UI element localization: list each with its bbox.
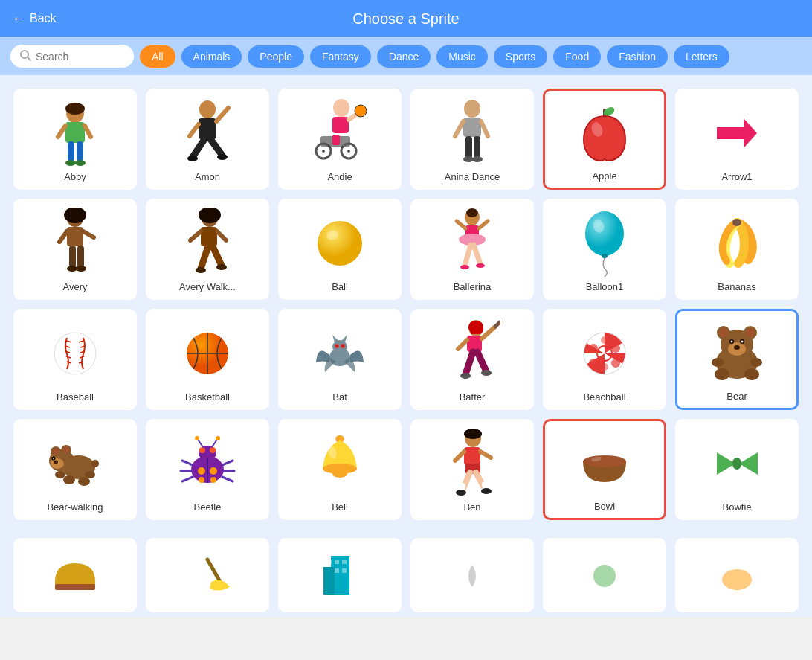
svg-point-50 [199, 208, 221, 223]
sprite-icon-bowtie [681, 428, 793, 499]
svg-point-139 [63, 475, 75, 484]
svg-point-18 [217, 154, 228, 160]
sprite-card-bowtie[interactable]: Bowtie [675, 419, 799, 520]
svg-point-195 [593, 565, 616, 587]
sprite-name-abby: Abby [64, 171, 86, 182]
svg-point-70 [585, 211, 624, 256]
svg-point-26 [322, 150, 325, 153]
svg-point-160 [210, 467, 217, 475]
sprite-card-ballerina[interactable]: Ballerina [410, 199, 534, 300]
sprite-card-bananas[interactable]: Bananas [675, 199, 799, 300]
sprite-card-beachball[interactable]: Beachball [543, 309, 666, 410]
sprite-icon-bat [284, 318, 396, 388]
svg-rect-46 [77, 246, 84, 268]
svg-point-162 [210, 477, 216, 483]
sprite-card-andie[interactable]: Andie [278, 89, 402, 190]
filter-btn-dance[interactable]: Dance [377, 45, 431, 68]
svg-point-138 [54, 460, 58, 464]
svg-point-72 [602, 254, 608, 258]
svg-point-9 [65, 160, 76, 166]
sprite-card-apple[interactable]: Apple [543, 89, 666, 190]
svg-point-132 [53, 448, 59, 455]
svg-line-16 [210, 139, 222, 156]
sprite-icon-bear-walking [19, 428, 131, 499]
sprite-card-avery-walk[interactable]: Avery Walk... [146, 199, 269, 300]
svg-line-15 [193, 139, 204, 157]
filter-btn-sports[interactable]: Sports [494, 45, 547, 68]
svg-rect-189 [323, 567, 335, 595]
svg-point-159 [198, 467, 205, 475]
sprite-card-basketball[interactable]: Basketball [146, 309, 269, 410]
svg-point-168 [464, 429, 482, 439]
filter-btn-music[interactable]: Music [436, 45, 488, 68]
back-button[interactable]: ← Back [12, 11, 57, 27]
sprite-card-bread[interactable] [13, 538, 137, 612]
filter-btn-fantasy[interactable]: Fantasy [310, 45, 371, 68]
svg-point-109 [589, 359, 598, 368]
svg-rect-192 [342, 560, 347, 564]
sprite-name-arrow1: Arrow1 [721, 171, 752, 182]
sprite-card-bear[interactable]: Bear [675, 309, 799, 410]
svg-rect-33 [465, 136, 472, 158]
sprite-card-ben[interactable]: Ben [410, 419, 534, 520]
sprite-card-amon[interactable]: Amon [146, 89, 269, 190]
sprite-card-arrow1[interactable]: Arrow1 [675, 89, 799, 190]
search-input[interactable] [36, 51, 125, 63]
svg-point-149 [195, 436, 199, 440]
sprite-card-building[interactable] [278, 538, 402, 612]
svg-point-183 [732, 458, 741, 470]
sprite-card-balloon1[interactable]: Balloon1 [543, 199, 666, 300]
svg-point-108 [611, 344, 620, 353]
sprite-icon-arrow1 [681, 97, 793, 168]
filter-btn-food[interactable]: Food [553, 45, 601, 68]
svg-point-196 [722, 569, 752, 590]
sprite-card-beetle[interactable]: Beetle [146, 419, 269, 520]
svg-point-101 [460, 373, 471, 379]
svg-line-64 [457, 221, 465, 228]
svg-point-56 [196, 267, 206, 273]
svg-point-102 [481, 370, 492, 376]
sprite-card-baseball[interactable]: Baseball [13, 309, 137, 410]
sprite-name-batter: Batter [460, 391, 486, 403]
svg-point-112 [601, 363, 608, 371]
sprite-card-batter[interactable]: Batter [410, 309, 534, 410]
svg-point-11 [199, 100, 216, 118]
sprite-icon-baseball [19, 318, 131, 388]
page-title: Choose a Sprite [352, 10, 459, 28]
sprite-card-anina-dance[interactable]: Anina Dance [410, 89, 534, 190]
svg-line-13 [216, 108, 228, 121]
filter-btn-letters[interactable]: Letters [674, 45, 729, 68]
sprite-card-avery[interactable]: Avery [13, 199, 137, 300]
filter-btn-fashion[interactable]: Fashion [607, 45, 668, 68]
sprite-name-avery: Avery [63, 281, 88, 292]
sprite-card-empty2[interactable] [543, 538, 666, 612]
sprite-card-broom[interactable] [146, 538, 269, 612]
svg-rect-186 [55, 584, 95, 590]
sprite-card-empty3[interactable] [675, 538, 799, 612]
svg-point-74 [54, 333, 96, 374]
sprite-name-balloon1: Balloon1 [586, 281, 624, 292]
sprite-card-empty1[interactable] [410, 538, 534, 612]
sprite-name-baseball: Baseball [57, 391, 94, 403]
svg-line-171 [480, 452, 491, 458]
svg-point-68 [460, 265, 469, 269]
filter-btn-animals[interactable]: Animals [181, 45, 242, 68]
sprite-icon-ball [284, 208, 396, 278]
sprite-name-bowtie: Bowtie [722, 502, 751, 513]
filter-btn-all[interactable]: All [140, 45, 175, 68]
svg-line-65 [479, 221, 488, 228]
svg-point-93 [342, 345, 344, 347]
sprite-card-bear-walking[interactable]: Bear-walking [13, 419, 137, 520]
svg-line-100 [477, 352, 486, 371]
sprite-card-abby[interactable]: Abby [13, 89, 137, 190]
sprite-card-ball[interactable]: Ball [278, 199, 402, 300]
filter-btn-people[interactable]: People [248, 45, 304, 68]
sprite-card-bell[interactable]: Bell [278, 419, 402, 520]
svg-rect-193 [335, 568, 339, 573]
search-icon [19, 49, 31, 63]
svg-point-127 [712, 358, 724, 367]
sprite-icon-ben [416, 428, 528, 499]
sprite-card-bowl[interactable]: Bowl [543, 419, 666, 520]
sprite-card-bat[interactable]: Bat [278, 309, 402, 410]
sprite-name-beachball: Beachball [583, 391, 625, 403]
